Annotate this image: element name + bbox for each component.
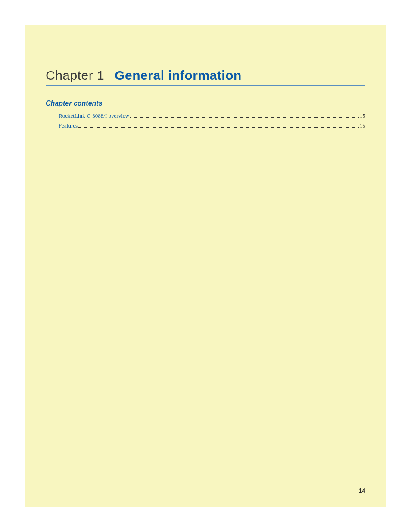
toc-link-overview[interactable]: RocketLink-G 3088/I overview	[59, 112, 129, 121]
table-of-contents: RocketLink-G 3088/I overview 15 Features…	[46, 112, 365, 131]
toc-page-number: 15	[360, 112, 365, 121]
contents-heading: Chapter contents	[46, 100, 365, 107]
toc-entry: Features 15	[59, 121, 365, 131]
toc-leader-dots	[130, 117, 359, 118]
chapter-title: General information	[115, 68, 242, 83]
document-page: Chapter 1 General information Chapter co…	[25, 25, 386, 507]
toc-leader-dots	[78, 127, 359, 128]
chapter-heading: Chapter 1 General information	[46, 68, 365, 86]
toc-page-number: 15	[360, 121, 365, 131]
content-area: Chapter 1 General information Chapter co…	[46, 68, 365, 131]
toc-link-features[interactable]: Features	[59, 121, 78, 131]
chapter-label: Chapter 1	[46, 68, 104, 83]
page-number: 14	[358, 487, 365, 494]
toc-entry: RocketLink-G 3088/I overview 15	[59, 112, 365, 121]
